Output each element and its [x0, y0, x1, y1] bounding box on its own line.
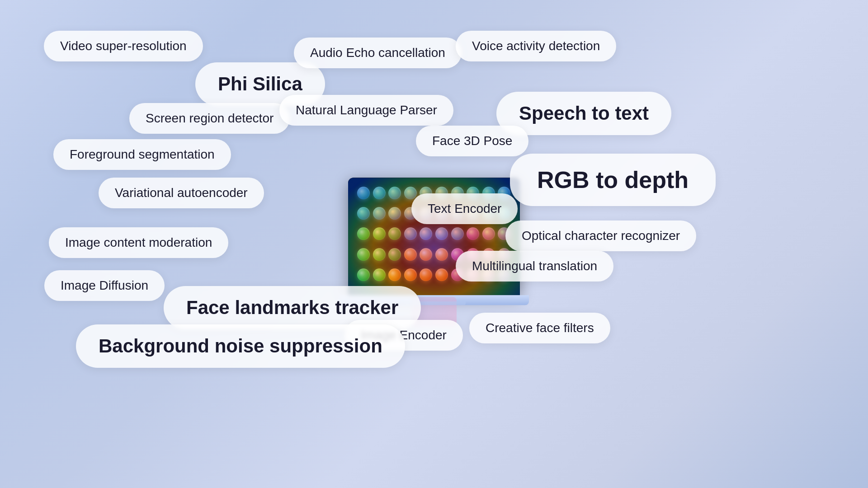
face-3d-pose: Face 3D Pose	[416, 126, 528, 156]
background: Video super-resolutionPhi SilicaAudio Ec…	[0, 0, 868, 488]
variational-autoencoder: Variational autoencoder	[99, 178, 264, 208]
screen-region-detector: Screen region detector	[129, 103, 290, 134]
audio-echo-cancellation: Audio Echo cancellation	[294, 38, 462, 68]
creative-face-filters: Creative face filters	[469, 313, 610, 343]
text-encoder: Text Encoder	[411, 193, 518, 224]
optical-character-recognizer: Optical character recognizer	[505, 221, 696, 251]
voice-activity-detection: Voice activity detection	[456, 31, 616, 61]
foreground-segmentation: Foreground segmentation	[53, 139, 231, 170]
image-diffusion: Image Diffusion	[44, 270, 165, 301]
rgb-to-depth: RGB to depth	[510, 154, 716, 206]
image-content-moderation: Image content moderation	[49, 227, 228, 258]
multilingual-translation: Multilingual translation	[456, 251, 613, 282]
natural-language-parser: Natural Language Parser	[279, 95, 453, 126]
video-super-resolution: Video super-resolution	[44, 31, 203, 61]
background-noise-suppression: Background noise suppression	[76, 324, 405, 368]
